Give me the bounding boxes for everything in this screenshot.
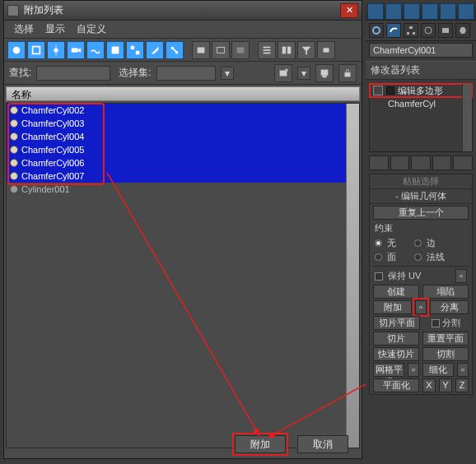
selection-set-input[interactable] xyxy=(156,66,216,81)
tab-create-icon[interactable] xyxy=(369,23,384,38)
main-tool-icon[interactable] xyxy=(404,3,420,20)
pin-stack-icon[interactable] xyxy=(369,155,389,170)
list-item[interactable]: ChamferCyl004 xyxy=(7,130,346,143)
list-item-label: ChamferCyl002 xyxy=(21,105,84,115)
slice-button[interactable]: 切片 xyxy=(373,332,419,346)
title-bar[interactable]: 附加列表 ✕ xyxy=(4,1,362,21)
repeat-last-button[interactable]: 重复上一个 xyxy=(373,206,469,220)
selset-save-icon[interactable] xyxy=(315,64,334,82)
list-header-name[interactable]: 名称 xyxy=(6,86,360,101)
list-item-label: Cylinder001 xyxy=(21,184,70,194)
preserve-uv-settings-button[interactable]: ▫ xyxy=(455,269,467,283)
tab-modify-icon[interactable] xyxy=(386,23,401,38)
main-tool-icon[interactable] xyxy=(367,3,384,20)
main-tool-icon[interactable] xyxy=(440,3,456,20)
attach-list-button[interactable]: ▫ xyxy=(415,300,427,314)
make-unique-icon[interactable] xyxy=(411,155,431,170)
tab-motion-icon[interactable] xyxy=(421,23,436,38)
msmooth-button[interactable]: 网格平滑 xyxy=(373,363,404,377)
svg-point-31 xyxy=(373,27,380,34)
msmooth-settings-button[interactable]: ▫ xyxy=(408,363,419,377)
tool-col-2-icon[interactable] xyxy=(278,41,296,59)
constraint-face-radio[interactable] xyxy=(375,253,382,261)
selset-lock-icon[interactable] xyxy=(338,64,357,82)
tool-helper-icon[interactable] xyxy=(86,41,105,59)
tool-camera-icon[interactable] xyxy=(67,41,85,59)
selset-add-icon[interactable] xyxy=(274,64,292,82)
create-button[interactable]: 创建 xyxy=(373,285,419,299)
constraint-edge-radio[interactable] xyxy=(414,239,422,247)
command-panel: ChamferCyl001 修改器列表 编辑多边形 ChamferCyl 粘贴选… xyxy=(366,0,476,464)
tool-display-all-icon[interactable] xyxy=(192,41,210,59)
object-icon xyxy=(10,159,18,167)
eye-icon[interactable] xyxy=(373,86,383,95)
main-tool-icon[interactable] xyxy=(422,3,438,20)
expand-icon[interactable] xyxy=(386,86,394,95)
tool-sort-icon[interactable] xyxy=(317,41,335,59)
modifier-list-label[interactable]: 修改器列表 xyxy=(366,61,476,80)
list-scrollbar[interactable] xyxy=(346,104,359,448)
list-item[interactable]: ChamferCyl007 xyxy=(7,169,346,183)
cut-button[interactable]: 切割 xyxy=(422,347,469,361)
modifier-stack-scrollbar[interactable] xyxy=(462,84,472,151)
main-tool-icon[interactable] xyxy=(458,3,474,20)
planar-x-button[interactable]: X xyxy=(422,378,436,392)
tab-utilities-icon[interactable] xyxy=(455,23,470,38)
list-item[interactable]: Cylinder001 xyxy=(7,183,346,196)
tool-display-none-icon[interactable] xyxy=(212,41,230,59)
selection-set-dropdown-icon[interactable]: ▾ xyxy=(221,67,234,80)
make-planar-button[interactable]: 平面化 xyxy=(373,378,419,392)
menu-select[interactable]: 选择 xyxy=(14,22,34,36)
tool-space-icon[interactable] xyxy=(106,41,124,59)
tessellate-button[interactable]: 细化 xyxy=(422,363,454,377)
tool-bone-icon[interactable] xyxy=(166,41,184,59)
menu-custom[interactable]: 自定义 xyxy=(77,22,106,36)
planar-z-button[interactable]: Z xyxy=(455,378,469,392)
tessellate-settings-button[interactable]: ▫ xyxy=(457,363,469,377)
modifier-base-object[interactable]: ChamferCyl xyxy=(370,97,472,110)
list-item[interactable]: ChamferCyl002 xyxy=(7,104,346,117)
split-checkbox[interactable] xyxy=(432,319,440,327)
modifier-edit-poly[interactable]: 编辑多边形 xyxy=(370,84,472,97)
object-name-field[interactable]: ChamferCyl001 xyxy=(369,43,473,58)
remove-mod-icon[interactable] xyxy=(432,155,452,170)
list-item[interactable]: ChamferCyl003 xyxy=(7,117,346,130)
tab-display-icon[interactable] xyxy=(438,23,453,38)
tool-group-icon[interactable] xyxy=(126,41,144,59)
quick-slice-button[interactable]: 快速切片 xyxy=(373,347,419,361)
menu-display[interactable]: 显示 xyxy=(45,22,65,36)
detach-button[interactable]: 分离 xyxy=(430,300,469,314)
planar-y-button[interactable]: Y xyxy=(439,378,452,392)
tool-display-invert-icon[interactable] xyxy=(231,41,250,59)
tool-filter-icon[interactable] xyxy=(297,41,315,59)
collapse-button[interactable]: 塌陷 xyxy=(422,285,469,299)
main-tool-icon[interactable] xyxy=(385,3,402,20)
list-item-label: ChamferCyl007 xyxy=(21,171,84,181)
constraint-none-radio[interactable] xyxy=(375,239,382,247)
attach-geo-button[interactable]: 附加 xyxy=(373,300,412,314)
tool-col-1-icon[interactable] xyxy=(258,41,276,59)
config-stack-icon[interactable] xyxy=(453,155,473,170)
selset-add-dropdown-icon[interactable]: ▾ xyxy=(297,67,310,80)
reset-plane-button[interactable]: 重置平面 xyxy=(422,332,469,346)
tool-light-icon[interactable] xyxy=(47,41,65,59)
search-input[interactable] xyxy=(36,66,110,81)
tab-hierarchy-icon[interactable] xyxy=(404,23,418,38)
close-icon[interactable]: ✕ xyxy=(340,3,358,18)
rollup-title[interactable]: - 编辑几何体 xyxy=(370,189,472,204)
constraint-normal-radio[interactable] xyxy=(414,253,422,261)
radio-label: 面 xyxy=(387,251,396,263)
object-icon xyxy=(10,172,18,180)
slice-plane-button[interactable]: 切片平面 xyxy=(373,316,420,330)
cancel-button[interactable]: 取消 xyxy=(297,435,348,453)
tool-xref-icon[interactable] xyxy=(146,41,164,59)
show-end-icon[interactable] xyxy=(390,155,410,170)
attach-button[interactable]: 附加 xyxy=(235,435,286,453)
preserve-uv-checkbox[interactable] xyxy=(375,272,383,281)
tool-geometry-icon[interactable] xyxy=(7,41,26,59)
list-item[interactable]: ChamferCyl006 xyxy=(7,156,346,169)
command-panel-tabs xyxy=(366,20,476,41)
tool-shape-icon[interactable] xyxy=(27,41,45,59)
svg-rect-27 xyxy=(322,75,326,77)
list-item[interactable]: ChamferCyl005 xyxy=(7,143,346,156)
